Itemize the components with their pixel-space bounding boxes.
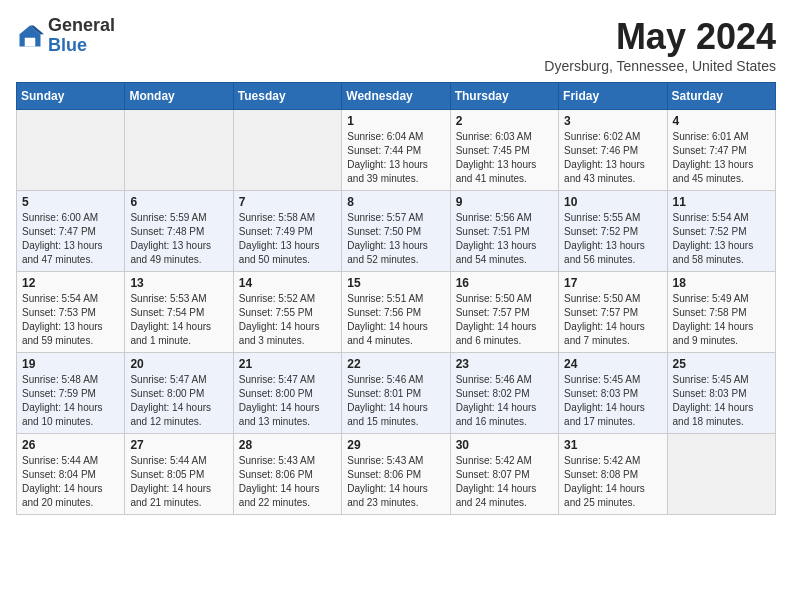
day-number: 31 (564, 438, 661, 452)
day-info: Sunrise: 5:55 AMSunset: 7:52 PMDaylight:… (564, 211, 661, 267)
weekday-header-wednesday: Wednesday (342, 83, 450, 110)
weekday-header-tuesday: Tuesday (233, 83, 341, 110)
calendar-day-22: 22Sunrise: 5:46 AMSunset: 8:01 PMDayligh… (342, 353, 450, 434)
calendar-day-6: 6Sunrise: 5:59 AMSunset: 7:48 PMDaylight… (125, 191, 233, 272)
weekday-header-row: SundayMondayTuesdayWednesdayThursdayFrid… (17, 83, 776, 110)
day-info: Sunrise: 5:45 AMSunset: 8:03 PMDaylight:… (673, 373, 770, 429)
day-info: Sunrise: 6:01 AMSunset: 7:47 PMDaylight:… (673, 130, 770, 186)
day-number: 5 (22, 195, 119, 209)
day-number: 17 (564, 276, 661, 290)
logo-text: General Blue (48, 16, 115, 56)
logo: General Blue (16, 16, 115, 56)
day-number: 22 (347, 357, 444, 371)
day-info: Sunrise: 5:46 AMSunset: 8:02 PMDaylight:… (456, 373, 553, 429)
weekday-header-sunday: Sunday (17, 83, 125, 110)
day-number: 10 (564, 195, 661, 209)
day-info: Sunrise: 5:50 AMSunset: 7:57 PMDaylight:… (456, 292, 553, 348)
day-info: Sunrise: 6:03 AMSunset: 7:45 PMDaylight:… (456, 130, 553, 186)
calendar-day-20: 20Sunrise: 5:47 AMSunset: 8:00 PMDayligh… (125, 353, 233, 434)
day-number: 27 (130, 438, 227, 452)
day-info: Sunrise: 5:54 AMSunset: 7:52 PMDaylight:… (673, 211, 770, 267)
calendar-empty-cell (17, 110, 125, 191)
day-number: 25 (673, 357, 770, 371)
month-title: May 2024 (544, 16, 776, 58)
calendar-day-4: 4Sunrise: 6:01 AMSunset: 7:47 PMDaylight… (667, 110, 775, 191)
day-number: 15 (347, 276, 444, 290)
day-info: Sunrise: 5:48 AMSunset: 7:59 PMDaylight:… (22, 373, 119, 429)
calendar-day-2: 2Sunrise: 6:03 AMSunset: 7:45 PMDaylight… (450, 110, 558, 191)
calendar-day-15: 15Sunrise: 5:51 AMSunset: 7:56 PMDayligh… (342, 272, 450, 353)
day-info: Sunrise: 5:43 AMSunset: 8:06 PMDaylight:… (347, 454, 444, 510)
day-number: 21 (239, 357, 336, 371)
calendar-table: SundayMondayTuesdayWednesdayThursdayFrid… (16, 82, 776, 515)
day-info: Sunrise: 5:47 AMSunset: 8:00 PMDaylight:… (130, 373, 227, 429)
day-number: 23 (456, 357, 553, 371)
calendar-day-5: 5Sunrise: 6:00 AMSunset: 7:47 PMDaylight… (17, 191, 125, 272)
calendar-day-18: 18Sunrise: 5:49 AMSunset: 7:58 PMDayligh… (667, 272, 775, 353)
day-info: Sunrise: 5:44 AMSunset: 8:05 PMDaylight:… (130, 454, 227, 510)
day-info: Sunrise: 6:02 AMSunset: 7:46 PMDaylight:… (564, 130, 661, 186)
day-info: Sunrise: 6:04 AMSunset: 7:44 PMDaylight:… (347, 130, 444, 186)
day-number: 26 (22, 438, 119, 452)
day-number: 4 (673, 114, 770, 128)
logo-general: General (48, 16, 115, 36)
calendar-day-9: 9Sunrise: 5:56 AMSunset: 7:51 PMDaylight… (450, 191, 558, 272)
weekday-header-monday: Monday (125, 83, 233, 110)
day-info: Sunrise: 5:56 AMSunset: 7:51 PMDaylight:… (456, 211, 553, 267)
day-number: 12 (22, 276, 119, 290)
day-number: 30 (456, 438, 553, 452)
day-info: Sunrise: 5:57 AMSunset: 7:50 PMDaylight:… (347, 211, 444, 267)
day-number: 20 (130, 357, 227, 371)
day-info: Sunrise: 5:43 AMSunset: 8:06 PMDaylight:… (239, 454, 336, 510)
svg-rect-2 (25, 38, 36, 47)
day-info: Sunrise: 5:59 AMSunset: 7:48 PMDaylight:… (130, 211, 227, 267)
calendar-day-11: 11Sunrise: 5:54 AMSunset: 7:52 PMDayligh… (667, 191, 775, 272)
calendar-empty-cell (667, 434, 775, 515)
calendar-day-3: 3Sunrise: 6:02 AMSunset: 7:46 PMDaylight… (559, 110, 667, 191)
day-number: 2 (456, 114, 553, 128)
day-number: 28 (239, 438, 336, 452)
day-info: Sunrise: 5:42 AMSunset: 8:07 PMDaylight:… (456, 454, 553, 510)
logo-icon (16, 22, 44, 50)
calendar-week-row: 1Sunrise: 6:04 AMSunset: 7:44 PMDaylight… (17, 110, 776, 191)
day-info: Sunrise: 5:53 AMSunset: 7:54 PMDaylight:… (130, 292, 227, 348)
calendar-empty-cell (125, 110, 233, 191)
day-number: 24 (564, 357, 661, 371)
day-info: Sunrise: 5:49 AMSunset: 7:58 PMDaylight:… (673, 292, 770, 348)
calendar-week-row: 19Sunrise: 5:48 AMSunset: 7:59 PMDayligh… (17, 353, 776, 434)
day-number: 13 (130, 276, 227, 290)
calendar-week-row: 5Sunrise: 6:00 AMSunset: 7:47 PMDaylight… (17, 191, 776, 272)
calendar-week-row: 26Sunrise: 5:44 AMSunset: 8:04 PMDayligh… (17, 434, 776, 515)
calendar-week-row: 12Sunrise: 5:54 AMSunset: 7:53 PMDayligh… (17, 272, 776, 353)
day-number: 14 (239, 276, 336, 290)
day-number: 19 (22, 357, 119, 371)
calendar-day-28: 28Sunrise: 5:43 AMSunset: 8:06 PMDayligh… (233, 434, 341, 515)
day-number: 3 (564, 114, 661, 128)
day-info: Sunrise: 5:58 AMSunset: 7:49 PMDaylight:… (239, 211, 336, 267)
day-info: Sunrise: 5:44 AMSunset: 8:04 PMDaylight:… (22, 454, 119, 510)
logo-blue: Blue (48, 36, 115, 56)
day-info: Sunrise: 5:45 AMSunset: 8:03 PMDaylight:… (564, 373, 661, 429)
calendar-day-13: 13Sunrise: 5:53 AMSunset: 7:54 PMDayligh… (125, 272, 233, 353)
day-number: 29 (347, 438, 444, 452)
calendar-day-23: 23Sunrise: 5:46 AMSunset: 8:02 PMDayligh… (450, 353, 558, 434)
calendar-day-21: 21Sunrise: 5:47 AMSunset: 8:00 PMDayligh… (233, 353, 341, 434)
weekday-header-saturday: Saturday (667, 83, 775, 110)
day-info: Sunrise: 5:52 AMSunset: 7:55 PMDaylight:… (239, 292, 336, 348)
day-number: 9 (456, 195, 553, 209)
title-area: May 2024 Dyersburg, Tennessee, United St… (544, 16, 776, 74)
day-number: 7 (239, 195, 336, 209)
day-info: Sunrise: 6:00 AMSunset: 7:47 PMDaylight:… (22, 211, 119, 267)
calendar-day-17: 17Sunrise: 5:50 AMSunset: 7:57 PMDayligh… (559, 272, 667, 353)
calendar-day-16: 16Sunrise: 5:50 AMSunset: 7:57 PMDayligh… (450, 272, 558, 353)
day-number: 8 (347, 195, 444, 209)
day-number: 6 (130, 195, 227, 209)
calendar-day-25: 25Sunrise: 5:45 AMSunset: 8:03 PMDayligh… (667, 353, 775, 434)
day-number: 16 (456, 276, 553, 290)
calendar-day-1: 1Sunrise: 6:04 AMSunset: 7:44 PMDaylight… (342, 110, 450, 191)
day-info: Sunrise: 5:51 AMSunset: 7:56 PMDaylight:… (347, 292, 444, 348)
calendar-day-31: 31Sunrise: 5:42 AMSunset: 8:08 PMDayligh… (559, 434, 667, 515)
calendar-day-8: 8Sunrise: 5:57 AMSunset: 7:50 PMDaylight… (342, 191, 450, 272)
calendar-day-26: 26Sunrise: 5:44 AMSunset: 8:04 PMDayligh… (17, 434, 125, 515)
calendar-empty-cell (233, 110, 341, 191)
